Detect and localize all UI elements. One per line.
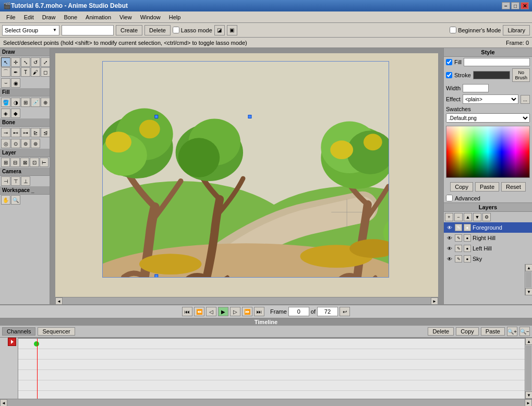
scroll-left-arrow[interactable]: ◄ — [55, 297, 63, 304]
stroke-checkbox[interactable] — [446, 72, 452, 78]
tool-bone5[interactable]: ⊴ — [41, 128, 50, 137]
tool-layer3[interactable]: ⊠ — [20, 158, 29, 167]
sequencer-tab[interactable]: Sequencer — [38, 327, 75, 336]
tool-bone3[interactable]: ⊶ — [21, 128, 30, 137]
library-button[interactable]: Library — [503, 25, 530, 35]
tool-paint[interactable]: 🖌 — [31, 67, 40, 77]
zoom-in-button[interactable]: 🔍+ — [507, 327, 517, 336]
next-key-button[interactable]: ▷ — [230, 307, 240, 316]
scroll-vthumb[interactable] — [526, 345, 531, 391]
tool-bone-c[interactable]: ⊚ — [21, 139, 30, 148]
tool-eraser[interactable]: ◻ — [41, 67, 50, 77]
tool-fill-gradient[interactable]: ◑ — [11, 98, 20, 107]
menu-edit[interactable]: Edit — [20, 13, 38, 21]
tool-eyedropper[interactable]: 💉 — [31, 98, 40, 107]
total-frames-input[interactable] — [317, 307, 338, 316]
beginner-mode-checkbox[interactable]: Beginner's Mode — [450, 27, 501, 33]
menu-bone[interactable]: Bone — [59, 13, 81, 21]
tool-lasso[interactable]: ⌒ — [1, 67, 10, 77]
delete-keyframe-button[interactable]: Delete — [428, 327, 454, 336]
menu-view[interactable]: View — [115, 13, 136, 21]
tool-camera3[interactable]: ⊥ — [21, 176, 30, 186]
timeline-vscrollbar[interactable]: ▲ ▼ — [525, 338, 532, 399]
tool-bone-a[interactable]: ◎ — [1, 139, 10, 148]
zoom-out-button[interactable]: 🔍− — [519, 327, 530, 336]
layer-delete-button[interactable]: − — [454, 213, 463, 221]
channels-tab[interactable]: Channels — [2, 327, 35, 336]
prev-frame-button[interactable]: ⏪ — [194, 307, 204, 316]
tool-bone-d[interactable]: ⊛ — [31, 139, 40, 148]
scroll-left-button[interactable]: ◄ — [0, 399, 7, 406]
tool-text[interactable]: T — [21, 67, 30, 77]
lasso-mode-checkbox[interactable]: Lasso mode — [173, 27, 212, 33]
paste-style-button[interactable]: Paste — [475, 182, 499, 192]
tool-layer5[interactable]: ⊢ — [40, 158, 49, 167]
loop-button[interactable]: ↩ — [340, 307, 350, 316]
icon-btn-2[interactable]: ▣ — [227, 25, 237, 35]
tool-scale[interactable]: ⤡ — [21, 57, 30, 67]
scroll-hthumb[interactable] — [7, 399, 525, 406]
color-gradient[interactable] — [446, 126, 529, 177]
paste-keyframe-button[interactable]: Paste — [481, 327, 505, 336]
canvas-viewport[interactable] — [102, 61, 389, 278]
select-group-dropdown[interactable]: Select Group ▼ — [2, 25, 59, 35]
tool-zoom[interactable]: 🔍 — [11, 195, 20, 205]
tool-select[interactable]: ↖ — [1, 57, 10, 67]
go-end-button[interactable]: ⏭ — [254, 307, 264, 316]
maximize-button[interactable]: □ — [511, 2, 519, 9]
tool-move[interactable]: ✛ — [11, 57, 20, 67]
tool-fill5[interactable]: ⊕ — [41, 98, 50, 107]
timeline-hscrollbar[interactable]: ◄ ► — [0, 399, 532, 406]
layer-move-down-button[interactable]: ▼ — [473, 213, 481, 221]
menu-animation[interactable]: Animation — [81, 13, 115, 21]
go-start-button[interactable]: ⏮ — [182, 307, 192, 316]
frame-input[interactable] — [288, 307, 309, 316]
tool-fill-b[interactable]: ◆ — [11, 109, 20, 118]
layer-options-button[interactable]: ⚙ — [482, 213, 491, 221]
layer-add-button[interactable]: + — [445, 213, 453, 221]
layer-item-foreground[interactable]: 👁 ✎ ● Foreground — [444, 222, 532, 233]
tool-hand[interactable]: ✋ — [1, 195, 10, 205]
create-button[interactable]: Create — [116, 25, 142, 35]
effect-select[interactable]: <plain> — [463, 94, 518, 104]
tool-fill[interactable]: ◉ — [11, 78, 20, 88]
scroll-down-arrow[interactable]: ▼ — [525, 288, 532, 295]
tool-fill-a[interactable]: ◈ — [1, 109, 10, 118]
canvas-hscrollbar[interactable]: ◄ ► — [55, 297, 438, 304]
scroll-up-arrow[interactable]: ▲ — [525, 264, 532, 271]
reset-style-button[interactable]: Reset — [501, 182, 526, 192]
menu-window[interactable]: Window — [136, 13, 165, 21]
play-button[interactable]: ▶ — [218, 307, 228, 316]
tool-camera2[interactable]: ⊤ — [11, 176, 20, 186]
tool-layer4[interactable]: ⊡ — [30, 158, 39, 167]
effect-options-button[interactable]: ... — [521, 95, 530, 104]
tool-pen[interactable]: ✒ — [11, 67, 20, 77]
next-frame-button[interactable]: ⏩ — [242, 307, 252, 316]
scroll-right-arrow[interactable]: ► — [431, 297, 438, 304]
prev-key-button[interactable]: ◁ — [206, 307, 216, 316]
fill-color-swatch[interactable] — [464, 58, 530, 66]
layer-move-up-button[interactable]: ▲ — [464, 213, 472, 221]
delete-button[interactable]: Delete — [144, 25, 171, 35]
advanced-checkbox[interactable] — [446, 195, 453, 201]
minimize-button[interactable]: − — [502, 2, 510, 9]
tool-bone4[interactable]: ⊵ — [31, 128, 40, 137]
tool-bone1[interactable]: ⊸ — [1, 128, 10, 137]
menu-file[interactable]: File — [2, 13, 20, 21]
tool-rotate[interactable]: ↺ — [31, 57, 40, 67]
swatches-select[interactable]: .Default.png — [446, 113, 530, 123]
scroll-vthumb[interactable] — [526, 272, 531, 288]
fill-checkbox[interactable] — [446, 59, 452, 65]
tool-bezier[interactable]: ⌣ — [1, 78, 10, 88]
color-picker[interactable] — [446, 126, 530, 178]
scroll-hthumb[interactable] — [63, 297, 431, 304]
tool-fill-color[interactable]: 🪣 — [1, 98, 10, 107]
tool-shear[interactable]: ⤢ — [41, 57, 50, 67]
tool-camera1[interactable]: ⊣ — [1, 176, 10, 186]
scroll-up-button[interactable]: ▲ — [525, 338, 532, 345]
tool-fill-pattern[interactable]: ⊞ — [21, 98, 30, 107]
canvas[interactable] — [55, 53, 438, 299]
layer-item-righthill[interactable]: 👁 ✎ ● Right Hill — [444, 233, 532, 243]
no-brush-button[interactable]: NoBrush — [512, 68, 530, 82]
tool-layer2[interactable]: ⊟ — [10, 158, 19, 167]
